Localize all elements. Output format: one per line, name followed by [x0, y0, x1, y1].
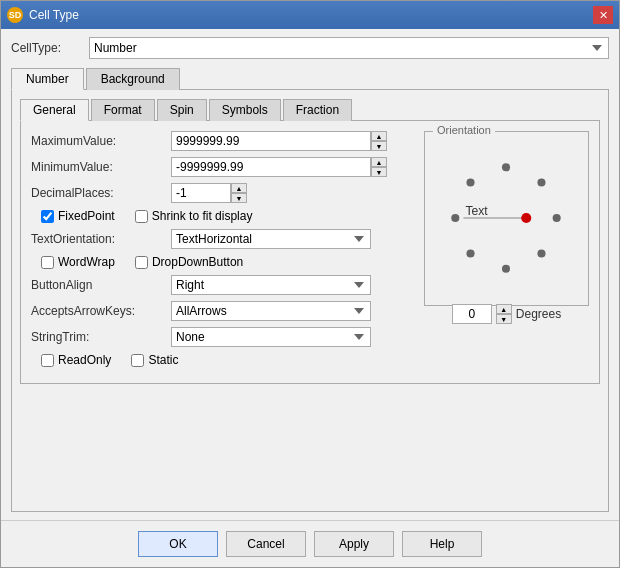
outer-tabs: Number Background — [11, 67, 609, 90]
titlebar: SD Cell Type ✕ — [1, 1, 619, 29]
svg-point-2 — [553, 214, 561, 222]
checkbox-row-3: ReadOnly Static — [31, 353, 416, 367]
content-area: CellType: Number Number Background Gener… — [1, 29, 619, 520]
svg-point-5 — [466, 249, 474, 257]
svg-point-3 — [537, 249, 545, 257]
tab-format[interactable]: Format — [91, 99, 155, 121]
string-trim-label: StringTrim: — [31, 330, 171, 344]
min-value-wrap: ▲ ▼ — [171, 157, 387, 177]
footer: OK Cancel Apply Help — [1, 520, 619, 567]
fixed-point-item: FixedPoint — [41, 209, 115, 223]
degrees-input[interactable] — [452, 304, 492, 324]
max-value-wrap: ▲ ▼ — [171, 131, 387, 151]
decimal-spin: ▲ ▼ — [231, 183, 247, 203]
text-orientation-select[interactable]: TextHorizontal — [171, 229, 371, 249]
dropdown-btn-item: DropDownButton — [135, 255, 243, 269]
inner-panel: MaximumValue: ▲ ▼ MinimumValue — [20, 121, 600, 384]
max-value-up[interactable]: ▲ — [371, 131, 387, 141]
readonly-label: ReadOnly — [58, 353, 111, 367]
cancel-button[interactable]: Cancel — [226, 531, 306, 557]
min-value-down[interactable]: ▼ — [371, 167, 387, 177]
decimal-up[interactable]: ▲ — [231, 183, 247, 193]
orientation-box: Orientation — [424, 131, 589, 306]
max-value-row: MaximumValue: ▲ ▼ — [31, 131, 416, 151]
ok-button[interactable]: OK — [138, 531, 218, 557]
button-align-row: ButtonAlign Right Left Center — [31, 275, 416, 295]
orientation-diagram: Text — [433, 140, 580, 297]
svg-point-7 — [466, 178, 474, 186]
celltype-row: CellType: Number — [11, 37, 609, 59]
tab-general[interactable]: General — [20, 99, 89, 121]
svg-point-6 — [451, 214, 459, 222]
static-checkbox[interactable] — [131, 354, 144, 367]
orientation-label: Orientation — [433, 124, 495, 136]
svg-point-1 — [537, 178, 545, 186]
decimal-input[interactable] — [171, 183, 231, 203]
apply-button[interactable]: Apply — [314, 531, 394, 557]
svg-point-4 — [502, 265, 510, 273]
string-trim-row: StringTrim: None Left Right Both — [31, 327, 416, 347]
degrees-down[interactable]: ▼ — [496, 314, 512, 324]
shrink-label: Shrink to fit display — [152, 209, 253, 223]
dropdown-btn-checkbox[interactable] — [135, 256, 148, 269]
min-value-label: MinimumValue: — [31, 160, 171, 174]
decimal-label: DecimalPlaces: — [31, 186, 171, 200]
button-align-label: ButtonAlign — [31, 278, 171, 292]
wordwrap-item: WordWrap — [41, 255, 115, 269]
tab-background[interactable]: Background — [86, 68, 180, 90]
button-align-select[interactable]: Right Left Center — [171, 275, 371, 295]
min-value-input[interactable] — [171, 157, 371, 177]
static-label: Static — [148, 353, 178, 367]
shrink-checkbox[interactable] — [135, 210, 148, 223]
fixed-point-label: FixedPoint — [58, 209, 115, 223]
max-value-input[interactable] — [171, 131, 371, 151]
max-value-label: MaximumValue: — [31, 134, 171, 148]
readonly-item: ReadOnly — [41, 353, 111, 367]
max-value-spin: ▲ ▼ — [371, 131, 387, 151]
shrink-item: Shrink to fit display — [135, 209, 253, 223]
titlebar-left: SD Cell Type — [7, 7, 79, 23]
fixed-point-checkbox[interactable] — [41, 210, 54, 223]
outer-panel: General Format Spin Symbols Fraction — [11, 90, 609, 512]
accepts-arrow-row: AcceptsArrowKeys: AllArrows UpDown LeftR… — [31, 301, 416, 321]
decimal-wrap: ▲ ▼ — [171, 183, 247, 203]
svg-point-0 — [502, 163, 510, 171]
tab-symbols[interactable]: Symbols — [209, 99, 281, 121]
help-button[interactable]: Help — [402, 531, 482, 557]
min-value-row: MinimumValue: ▲ ▼ — [31, 157, 416, 177]
static-item: Static — [131, 353, 178, 367]
wordwrap-checkbox[interactable] — [41, 256, 54, 269]
accepts-arrow-select[interactable]: AllArrows UpDown LeftRight None — [171, 301, 371, 321]
degrees-spin: ▲ ▼ — [496, 304, 512, 324]
window-icon: SD — [7, 7, 23, 23]
tab-fraction[interactable]: Fraction — [283, 99, 352, 121]
decimal-down[interactable]: ▼ — [231, 193, 247, 203]
string-trim-select[interactable]: None Left Right Both — [171, 327, 371, 347]
text-orientation-label: TextOrientation: — [31, 232, 171, 246]
close-button[interactable]: ✕ — [593, 6, 613, 24]
accepts-arrow-label: AcceptsArrowKeys: — [31, 304, 171, 318]
readonly-checkbox[interactable] — [41, 354, 54, 367]
main-area: MaximumValue: ▲ ▼ MinimumValue — [31, 131, 589, 373]
window-title: Cell Type — [29, 8, 79, 22]
decimal-row: DecimalPlaces: ▲ ▼ — [31, 183, 416, 203]
tab-spin[interactable]: Spin — [157, 99, 207, 121]
checkbox-row-1: FixedPoint Shrink to fit display — [31, 209, 416, 223]
dropdown-btn-label: DropDownButton — [152, 255, 243, 269]
degrees-label: Degrees — [516, 307, 561, 321]
max-value-down[interactable]: ▼ — [371, 141, 387, 151]
left-area: MaximumValue: ▲ ▼ MinimumValue — [31, 131, 416, 373]
svg-point-10 — [521, 213, 531, 223]
svg-text:Text: Text — [465, 204, 488, 218]
main-window: SD Cell Type ✕ CellType: Number Number B… — [0, 0, 620, 568]
celltype-select[interactable]: Number — [89, 37, 609, 59]
min-value-spin: ▲ ▼ — [371, 157, 387, 177]
tab-number[interactable]: Number — [11, 68, 84, 90]
text-orientation-row: TextOrientation: TextHorizontal — [31, 229, 416, 249]
checkbox-row-2: WordWrap DropDownButton — [31, 255, 416, 269]
min-value-up[interactable]: ▲ — [371, 157, 387, 167]
celltype-label: CellType: — [11, 41, 81, 55]
wordwrap-label: WordWrap — [58, 255, 115, 269]
degrees-up[interactable]: ▲ — [496, 304, 512, 314]
inner-tabs: General Format Spin Symbols Fraction — [20, 98, 600, 121]
